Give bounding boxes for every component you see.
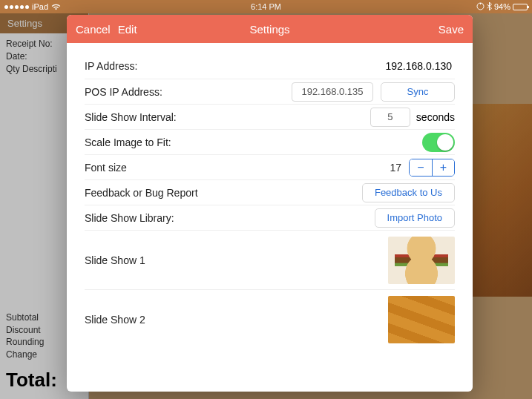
row-interval: Slide Show Interval: seconds xyxy=(85,104,455,129)
row-feedback: Feedback or Bug Report Feedback to Us xyxy=(85,179,455,205)
ip-address-value: 192.168.0.130 xyxy=(385,60,455,72)
slide-2-label: Slide Show 2 xyxy=(85,314,388,326)
orientation-lock-icon xyxy=(476,2,485,12)
slide-1-thumbnail xyxy=(388,237,455,284)
cancel-button[interactable]: Cancel xyxy=(76,23,111,36)
feedback-button[interactable]: Feedback to Us xyxy=(362,183,455,202)
slide-2-thumbnail xyxy=(388,296,455,343)
bluetooth-icon xyxy=(487,2,492,12)
pos-ip-label: POS IP Address: xyxy=(85,86,292,98)
font-size-increase-button[interactable]: + xyxy=(432,159,454,176)
row-ip-address: IP Address: 192.168.0.130 xyxy=(85,53,455,79)
feedback-label: Feedback or Bug Report xyxy=(85,187,362,199)
battery-pct: 94% xyxy=(494,2,510,11)
battery-icon xyxy=(513,4,528,10)
modal-header: Cancel Edit Settings Save xyxy=(67,15,473,43)
sync-button[interactable]: Sync xyxy=(381,82,455,102)
modal-title: Settings xyxy=(249,23,289,36)
settings-modal: Cancel Edit Settings Save IP Address: 19… xyxy=(67,15,473,392)
slide-1-label: Slide Show 1 xyxy=(85,254,388,266)
ip-address-label: IP Address: xyxy=(85,60,385,72)
row-slide-2[interactable]: Slide Show 2 xyxy=(85,289,455,349)
row-pos-ip: POS IP Address: Sync xyxy=(85,79,455,104)
row-slide-1[interactable]: Slide Show 1 xyxy=(85,230,455,289)
wifi-icon xyxy=(51,3,61,10)
signal-icon xyxy=(4,5,29,9)
save-button[interactable]: Save xyxy=(439,23,464,36)
font-size-label: Font size xyxy=(85,162,390,174)
scale-toggle[interactable] xyxy=(422,133,455,152)
status-time: 6:14 PM xyxy=(251,2,281,11)
interval-label: Slide Show Interval: xyxy=(85,111,370,123)
row-font-size: Font size 17 − + xyxy=(85,154,455,179)
font-size-value: 17 xyxy=(390,162,401,174)
library-label: Slide Show Library: xyxy=(85,212,375,224)
scale-label: Scale Image to Fit: xyxy=(85,136,422,148)
row-library: Slide Show Library: Import Photo xyxy=(85,205,455,230)
row-scale: Scale Image to Fit: xyxy=(85,129,455,154)
interval-input[interactable] xyxy=(370,108,410,127)
font-size-decrease-button[interactable]: − xyxy=(410,159,432,176)
interval-suffix: seconds xyxy=(416,111,455,123)
carrier-label: iPad xyxy=(32,2,48,11)
edit-button[interactable]: Edit xyxy=(118,23,137,36)
pos-ip-input[interactable] xyxy=(292,82,373,102)
import-photo-button[interactable]: Import Photo xyxy=(375,208,455,228)
modal-body: IP Address: 192.168.0.130 POS IP Address… xyxy=(67,43,473,392)
status-bar: iPad 6:14 PM 94% xyxy=(0,0,532,13)
font-size-stepper: − + xyxy=(409,159,455,177)
